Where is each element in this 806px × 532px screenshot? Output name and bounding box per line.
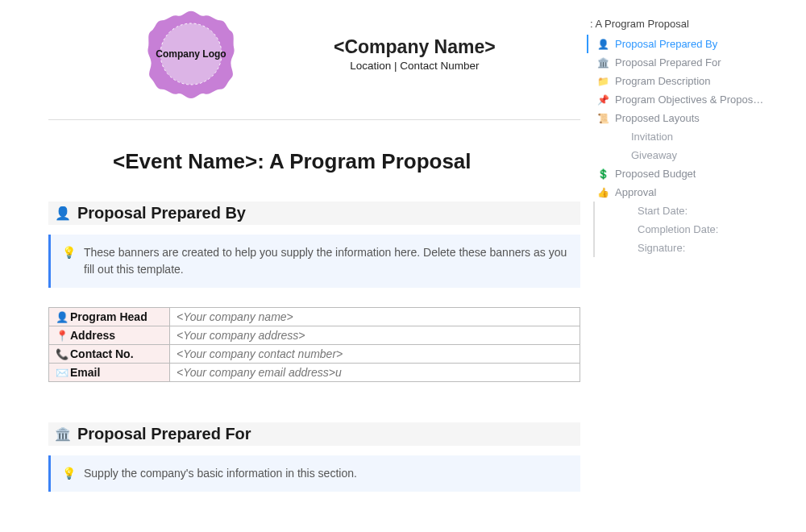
callout-text: Supply the company's basic information i… bbox=[84, 465, 357, 482]
outline-item[interactable]: 📁Program Description bbox=[587, 72, 800, 90]
table-row: 📞Contact No. <Your company contact numbe… bbox=[49, 345, 580, 364]
outline-item-icon: 💲 bbox=[596, 168, 609, 180]
pin-icon: 📍 bbox=[56, 330, 70, 342]
divider bbox=[48, 119, 580, 120]
phone-icon: 📞 bbox=[56, 348, 70, 360]
section-heading-prepared-for: 🏛️ Proposal Prepared For bbox=[48, 422, 580, 446]
section-title: Proposal Prepared For bbox=[77, 425, 251, 443]
logo-text: Company Logo bbox=[145, 8, 237, 100]
outline-item-label: Proposal Prepared For bbox=[615, 56, 721, 69]
row-label: Contact No. bbox=[70, 347, 134, 360]
info-table-prepared-by: 👤Program Head <Your company name> 📍Addre… bbox=[48, 307, 580, 382]
table-row: ✉️Email <Your company email address>u bbox=[49, 364, 580, 382]
outline-item-icon: 🏛️ bbox=[596, 57, 609, 69]
row-label: Email bbox=[70, 366, 100, 379]
outline-item-label: Approval bbox=[615, 186, 656, 198]
table-row: 📍Address <Your company address> bbox=[49, 326, 580, 345]
outline-item-label: Start Date: bbox=[638, 205, 688, 217]
mail-icon: ✉️ bbox=[56, 367, 70, 379]
outline-item-label: Completion Date: bbox=[638, 223, 718, 235]
outline-item[interactable]: Invitation bbox=[587, 127, 800, 146]
outline-item[interactable]: 🏛️Proposal Prepared For bbox=[587, 53, 800, 72]
person-icon: 👤 bbox=[55, 206, 69, 221]
outline-item-label: Program Objectives & Proposed S… bbox=[615, 94, 768, 106]
outline-item-label: Program Description bbox=[615, 75, 711, 87]
section-heading-prepared-by: 👤 Proposal Prepared By bbox=[48, 202, 580, 225]
outline-item[interactable]: Signature: bbox=[593, 239, 800, 257]
lightbulb-icon: 💡 bbox=[62, 465, 76, 482]
outline-item-label: Proposal Prepared By bbox=[615, 38, 717, 50]
section-title: Proposal Prepared By bbox=[77, 204, 246, 222]
row-value-input[interactable]: <Your company email address>u bbox=[170, 364, 580, 382]
outline-item[interactable]: 👤Proposal Prepared By bbox=[587, 35, 800, 53]
row-label: Program Head bbox=[70, 310, 147, 323]
outline-item-icon: 📁 bbox=[596, 76, 609, 87]
outline-sidebar: : A Program Proposal 👤Proposal Prepared … bbox=[580, 0, 806, 511]
info-callout: 💡 These banners are created to help you … bbox=[48, 235, 580, 288]
outline-item[interactable]: Giveaway bbox=[587, 146, 800, 164]
outline-item-icon: 👤 bbox=[596, 39, 609, 50]
document-header: Company Logo <Company Name> Location | C… bbox=[48, 8, 580, 119]
outline-item-icon: 📌 bbox=[596, 94, 609, 106]
lightbulb-icon: 💡 bbox=[62, 244, 76, 278]
row-label: Address bbox=[70, 329, 115, 342]
outline-item-label: Invitation bbox=[631, 131, 673, 143]
outline-item-label: Proposed Layouts bbox=[615, 112, 700, 124]
row-value-input[interactable]: <Your company address> bbox=[170, 326, 580, 345]
outline-item[interactable]: Start Date: bbox=[593, 202, 800, 220]
outline-item-label: Signature: bbox=[638, 242, 685, 254]
document-title: <Event Name>: A Program Proposal bbox=[113, 149, 580, 174]
outline-item-icon: 👍 bbox=[596, 187, 609, 198]
company-logo-badge: Company Logo bbox=[145, 8, 237, 100]
outline-title: : A Program Proposal bbox=[587, 18, 800, 30]
table-row: 👤Program Head <Your company name> bbox=[49, 308, 580, 326]
info-callout: 💡 Supply the company's basic information… bbox=[48, 455, 580, 492]
building-icon: 🏛️ bbox=[55, 426, 69, 442]
row-value-input[interactable]: <Your company contact number> bbox=[170, 345, 580, 364]
outline-item[interactable]: 👍Approval bbox=[587, 183, 800, 202]
document-main: Company Logo <Company Name> Location | C… bbox=[0, 0, 580, 511]
outline-item[interactable]: 💲Proposed Budget bbox=[587, 164, 800, 183]
row-value-input[interactable]: <Your company name> bbox=[170, 308, 580, 326]
outline-item[interactable]: 📌Program Objectives & Proposed S… bbox=[587, 90, 800, 109]
outline-item[interactable]: 📜Proposed Layouts bbox=[587, 109, 800, 127]
company-name-block: <Company Name> Location | Contact Number bbox=[334, 36, 496, 72]
outline-item[interactable]: Completion Date: bbox=[593, 220, 800, 239]
outline-item-icon: 📜 bbox=[596, 113, 609, 124]
person-icon: 👤 bbox=[56, 311, 70, 323]
company-subtitle: Location | Contact Number bbox=[334, 60, 496, 72]
outline-item-label: Proposed Budget bbox=[615, 168, 696, 180]
callout-text: These banners are created to help you su… bbox=[84, 244, 569, 278]
company-name: <Company Name> bbox=[334, 36, 496, 58]
outline-item-label: Giveaway bbox=[631, 149, 677, 161]
